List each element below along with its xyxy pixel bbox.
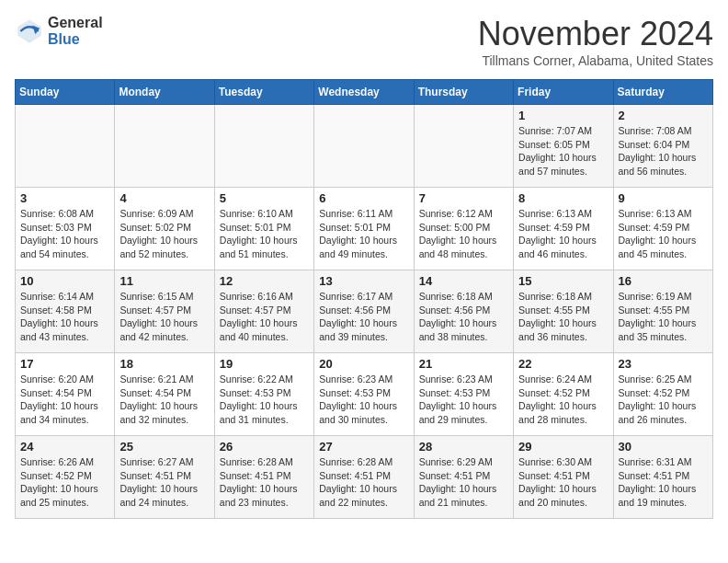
day-number: 22	[518, 357, 608, 371]
day-info: Sunrise: 6:10 AM Sunset: 5:01 PM Dayligh…	[220, 207, 309, 261]
calendar-week-row: 10Sunrise: 6:14 AM Sunset: 4:58 PM Dayli…	[16, 270, 713, 353]
weekday-header: Saturday	[613, 80, 712, 105]
logo-icon	[15, 17, 44, 46]
calendar-cell	[16, 105, 115, 188]
logo-blue: Blue	[48, 31, 103, 48]
calendar-cell: 21Sunrise: 6:23 AM Sunset: 4:53 PM Dayli…	[414, 353, 513, 436]
weekday-header: Monday	[115, 80, 214, 105]
day-info: Sunrise: 6:12 AM Sunset: 5:00 PM Dayligh…	[419, 207, 508, 261]
day-number: 29	[518, 440, 608, 454]
calendar-body: 1Sunrise: 7:07 AM Sunset: 6:05 PM Daylig…	[16, 105, 713, 519]
calendar-cell: 23Sunrise: 6:25 AM Sunset: 4:52 PM Dayli…	[613, 353, 712, 436]
day-number: 19	[220, 357, 309, 371]
weekday-header: Thursday	[414, 80, 513, 105]
day-info: Sunrise: 6:15 AM Sunset: 4:57 PM Dayligh…	[119, 290, 209, 344]
day-number: 24	[20, 440, 109, 454]
day-info: Sunrise: 6:13 AM Sunset: 4:59 PM Dayligh…	[619, 207, 708, 261]
calendar-cell: 26Sunrise: 6:28 AM Sunset: 4:51 PM Dayli…	[214, 436, 313, 519]
day-info: Sunrise: 6:20 AM Sunset: 4:54 PM Dayligh…	[20, 373, 109, 427]
day-info: Sunrise: 6:31 AM Sunset: 4:51 PM Dayligh…	[619, 455, 708, 510]
day-number: 1	[518, 109, 608, 122]
weekday-header: Tuesday	[214, 80, 313, 105]
calendar-cell: 17Sunrise: 6:20 AM Sunset: 4:54 PM Dayli…	[16, 353, 115, 436]
day-number: 16	[619, 274, 708, 288]
page-header: General Blue November 2024 Tillmans Corn…	[15, 15, 713, 68]
calendar-cell: 30Sunrise: 6:31 AM Sunset: 4:51 PM Dayli…	[613, 436, 712, 519]
calendar-cell	[314, 105, 414, 188]
calendar-cell	[414, 105, 513, 188]
day-number: 6	[319, 191, 408, 205]
day-info: Sunrise: 6:18 AM Sunset: 4:55 PM Dayligh…	[518, 290, 608, 344]
day-number: 12	[220, 274, 309, 288]
day-number: 28	[419, 440, 508, 454]
calendar-cell: 8Sunrise: 6:13 AM Sunset: 4:59 PM Daylig…	[514, 188, 613, 270]
day-number: 4	[119, 191, 209, 205]
day-number: 23	[619, 357, 708, 371]
day-info: Sunrise: 6:16 AM Sunset: 4:57 PM Dayligh…	[220, 290, 309, 344]
calendar-cell: 19Sunrise: 6:22 AM Sunset: 4:53 PM Dayli…	[214, 353, 313, 436]
day-number: 5	[220, 191, 309, 205]
day-number: 2	[619, 109, 708, 122]
calendar-cell: 22Sunrise: 6:24 AM Sunset: 4:52 PM Dayli…	[514, 353, 613, 436]
calendar-cell: 13Sunrise: 6:17 AM Sunset: 4:56 PM Dayli…	[314, 270, 414, 353]
day-info: Sunrise: 6:22 AM Sunset: 4:53 PM Dayligh…	[220, 373, 309, 427]
day-info: Sunrise: 6:24 AM Sunset: 4:52 PM Dayligh…	[518, 373, 608, 427]
calendar-cell: 3Sunrise: 6:08 AM Sunset: 5:03 PM Daylig…	[16, 188, 115, 270]
logo: General Blue	[15, 15, 103, 47]
day-info: Sunrise: 7:08 AM Sunset: 6:04 PM Dayligh…	[619, 124, 708, 178]
day-number: 3	[20, 191, 109, 205]
calendar-week-row: 3Sunrise: 6:08 AM Sunset: 5:03 PM Daylig…	[16, 188, 713, 270]
day-info: Sunrise: 6:28 AM Sunset: 4:51 PM Dayligh…	[319, 455, 408, 510]
calendar-cell: 24Sunrise: 6:26 AM Sunset: 4:52 PM Dayli…	[16, 436, 115, 519]
day-info: Sunrise: 6:13 AM Sunset: 4:59 PM Dayligh…	[518, 207, 608, 261]
day-number: 26	[220, 440, 309, 454]
calendar-cell: 14Sunrise: 6:18 AM Sunset: 4:56 PM Dayli…	[414, 270, 513, 353]
day-number: 27	[319, 440, 408, 454]
calendar-cell: 10Sunrise: 6:14 AM Sunset: 4:58 PM Dayli…	[16, 270, 115, 353]
day-number: 10	[20, 274, 109, 288]
day-number: 11	[119, 274, 209, 288]
title-block: November 2024 Tillmans Corner, Alabama, …	[478, 15, 713, 68]
calendar-cell: 4Sunrise: 6:09 AM Sunset: 5:02 PM Daylig…	[115, 188, 214, 270]
calendar-cell: 15Sunrise: 6:18 AM Sunset: 4:55 PM Dayli…	[514, 270, 613, 353]
calendar-cell	[115, 105, 214, 188]
day-info: Sunrise: 6:23 AM Sunset: 4:53 PM Dayligh…	[319, 373, 408, 427]
day-info: Sunrise: 6:08 AM Sunset: 5:03 PM Dayligh…	[20, 207, 109, 261]
calendar-cell: 16Sunrise: 6:19 AM Sunset: 4:55 PM Dayli…	[613, 270, 712, 353]
day-number: 13	[319, 274, 408, 288]
calendar-cell: 29Sunrise: 6:30 AM Sunset: 4:51 PM Dayli…	[514, 436, 613, 519]
calendar-cell: 7Sunrise: 6:12 AM Sunset: 5:00 PM Daylig…	[414, 188, 513, 270]
day-info: Sunrise: 6:23 AM Sunset: 4:53 PM Dayligh…	[419, 373, 508, 427]
calendar-cell: 20Sunrise: 6:23 AM Sunset: 4:53 PM Dayli…	[314, 353, 414, 436]
weekday-header: Wednesday	[314, 80, 414, 105]
calendar-header: SundayMondayTuesdayWednesdayThursdayFrid…	[16, 80, 713, 105]
calendar-week-row: 1Sunrise: 7:07 AM Sunset: 6:05 PM Daylig…	[16, 105, 713, 188]
location: Tillmans Corner, Alabama, United States	[478, 53, 713, 68]
day-info: Sunrise: 6:25 AM Sunset: 4:52 PM Dayligh…	[619, 373, 708, 427]
day-info: Sunrise: 6:21 AM Sunset: 4:54 PM Dayligh…	[119, 373, 209, 427]
weekday-row: SundayMondayTuesdayWednesdayThursdayFrid…	[16, 80, 713, 105]
calendar-cell: 9Sunrise: 6:13 AM Sunset: 4:59 PM Daylig…	[613, 188, 712, 270]
day-info: Sunrise: 6:29 AM Sunset: 4:51 PM Dayligh…	[419, 455, 508, 510]
day-info: Sunrise: 6:26 AM Sunset: 4:52 PM Dayligh…	[20, 455, 109, 510]
calendar-cell: 5Sunrise: 6:10 AM Sunset: 5:01 PM Daylig…	[214, 188, 313, 270]
day-info: Sunrise: 6:11 AM Sunset: 5:01 PM Dayligh…	[319, 207, 408, 261]
day-number: 7	[419, 191, 508, 205]
month-title: November 2024	[478, 15, 713, 53]
day-number: 20	[319, 357, 408, 371]
calendar-cell: 12Sunrise: 6:16 AM Sunset: 4:57 PM Dayli…	[214, 270, 313, 353]
day-number: 14	[419, 274, 508, 288]
calendar-cell: 11Sunrise: 6:15 AM Sunset: 4:57 PM Dayli…	[115, 270, 214, 353]
day-info: Sunrise: 7:07 AM Sunset: 6:05 PM Dayligh…	[518, 124, 608, 178]
day-number: 18	[119, 357, 209, 371]
day-number: 25	[119, 440, 209, 454]
day-info: Sunrise: 6:19 AM Sunset: 4:55 PM Dayligh…	[619, 290, 708, 344]
day-info: Sunrise: 6:27 AM Sunset: 4:51 PM Dayligh…	[119, 455, 209, 510]
calendar-week-row: 24Sunrise: 6:26 AM Sunset: 4:52 PM Dayli…	[16, 436, 713, 519]
day-number: 9	[619, 191, 708, 205]
calendar-cell: 25Sunrise: 6:27 AM Sunset: 4:51 PM Dayli…	[115, 436, 214, 519]
calendar-cell: 18Sunrise: 6:21 AM Sunset: 4:54 PM Dayli…	[115, 353, 214, 436]
calendar-cell: 2Sunrise: 7:08 AM Sunset: 6:04 PM Daylig…	[613, 105, 712, 188]
calendar-cell: 27Sunrise: 6:28 AM Sunset: 4:51 PM Dayli…	[314, 436, 414, 519]
day-number: 8	[518, 191, 608, 205]
